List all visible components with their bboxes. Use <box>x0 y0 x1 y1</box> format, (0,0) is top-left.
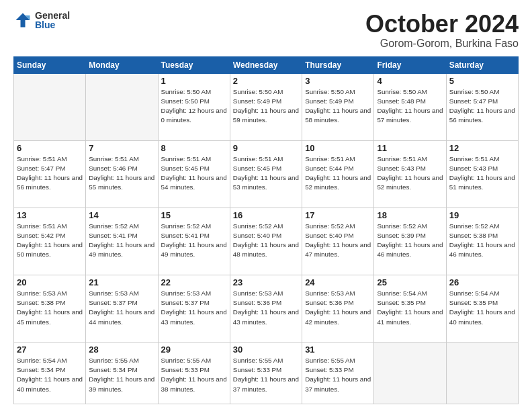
table-row: 3Sunrise: 5:50 AM Sunset: 5:49 PM Daylig… <box>302 73 374 140</box>
table-row: 30Sunrise: 5:55 AM Sunset: 5:33 PM Dayli… <box>230 342 302 404</box>
day-number: 6 <box>17 143 83 153</box>
day-number: 20 <box>17 277 83 287</box>
logo-icon <box>13 11 32 30</box>
day-number: 21 <box>89 277 154 287</box>
table-row: 12Sunrise: 5:51 AM Sunset: 5:43 PM Dayli… <box>446 140 518 208</box>
day-info: Sunrise: 5:50 AM Sunset: 5:49 PM Dayligh… <box>305 87 371 126</box>
day-info: Sunrise: 5:52 AM Sunset: 5:41 PM Dayligh… <box>89 222 154 260</box>
day-info: Sunrise: 5:51 AM Sunset: 5:47 PM Dayligh… <box>17 154 83 193</box>
logo-general-text: General <box>35 11 70 20</box>
day-number: 8 <box>161 143 227 153</box>
table-row: 24Sunrise: 5:53 AM Sunset: 5:36 PM Dayli… <box>302 275 374 342</box>
table-row <box>14 73 86 140</box>
day-number: 7 <box>89 143 154 153</box>
day-info: Sunrise: 5:51 AM Sunset: 5:43 PM Dayligh… <box>377 154 443 193</box>
table-row: 26Sunrise: 5:54 AM Sunset: 5:35 PM Dayli… <box>446 275 518 342</box>
day-info: Sunrise: 5:52 AM Sunset: 5:40 PM Dayligh… <box>305 222 371 260</box>
day-info: Sunrise: 5:53 AM Sunset: 5:36 PM Dayligh… <box>233 289 299 327</box>
day-number: 19 <box>449 210 515 220</box>
table-row: 23Sunrise: 5:53 AM Sunset: 5:36 PM Dayli… <box>230 275 302 342</box>
day-info: Sunrise: 5:51 AM Sunset: 5:45 PM Dayligh… <box>233 154 299 193</box>
table-row: 20Sunrise: 5:53 AM Sunset: 5:38 PM Dayli… <box>14 275 86 342</box>
day-info: Sunrise: 5:54 AM Sunset: 5:34 PM Dayligh… <box>17 356 83 394</box>
day-number: 26 <box>449 277 515 287</box>
day-info: Sunrise: 5:52 AM Sunset: 5:39 PM Dayligh… <box>377 222 443 260</box>
day-number: 12 <box>449 143 515 153</box>
table-row: 9Sunrise: 5:51 AM Sunset: 5:45 PM Daylig… <box>230 140 302 208</box>
day-number: 10 <box>305 143 371 153</box>
day-info: Sunrise: 5:50 AM Sunset: 5:48 PM Dayligh… <box>377 87 443 126</box>
day-info: Sunrise: 5:52 AM Sunset: 5:41 PM Dayligh… <box>161 222 227 260</box>
day-number: 23 <box>233 277 299 287</box>
table-row: 14Sunrise: 5:52 AM Sunset: 5:41 PM Dayli… <box>86 208 158 275</box>
table-row: 17Sunrise: 5:52 AM Sunset: 5:40 PM Dayli… <box>302 208 374 275</box>
svg-marker-0 <box>16 13 30 28</box>
day-info: Sunrise: 5:50 AM Sunset: 5:47 PM Dayligh… <box>449 87 515 126</box>
col-thursday: Thursday <box>302 56 374 73</box>
title-location: Gorom-Gorom, Burkina Faso <box>365 38 519 50</box>
logo-text: General Blue <box>35 11 70 30</box>
calendar-table: Sunday Monday Tuesday Wednesday Thursday… <box>13 56 519 404</box>
day-number: 9 <box>233 143 299 153</box>
day-number: 2 <box>233 76 299 86</box>
table-row <box>446 342 518 404</box>
table-row <box>374 342 446 404</box>
title-block: October 2024 Gorom-Gorom, Burkina Faso <box>365 11 519 50</box>
table-row: 16Sunrise: 5:52 AM Sunset: 5:40 PM Dayli… <box>230 208 302 275</box>
day-info: Sunrise: 5:51 AM Sunset: 5:43 PM Dayligh… <box>449 154 515 193</box>
day-info: Sunrise: 5:51 AM Sunset: 5:46 PM Dayligh… <box>89 154 154 193</box>
day-info: Sunrise: 5:54 AM Sunset: 5:35 PM Dayligh… <box>449 289 515 327</box>
day-number: 5 <box>449 76 515 86</box>
table-row: 8Sunrise: 5:51 AM Sunset: 5:45 PM Daylig… <box>158 140 230 208</box>
table-row: 21Sunrise: 5:53 AM Sunset: 5:37 PM Dayli… <box>86 275 158 342</box>
table-row: 18Sunrise: 5:52 AM Sunset: 5:39 PM Dayli… <box>374 208 446 275</box>
day-number: 15 <box>161 210 227 220</box>
table-row: 29Sunrise: 5:55 AM Sunset: 5:33 PM Dayli… <box>158 342 230 404</box>
header: General Blue October 2024 Gorom-Gorom, B… <box>13 11 519 50</box>
day-info: Sunrise: 5:52 AM Sunset: 5:40 PM Dayligh… <box>233 222 299 260</box>
table-row: 5Sunrise: 5:50 AM Sunset: 5:47 PM Daylig… <box>446 73 518 140</box>
day-number: 13 <box>17 210 83 220</box>
day-number: 27 <box>17 345 83 355</box>
day-info: Sunrise: 5:52 AM Sunset: 5:38 PM Dayligh… <box>449 222 515 260</box>
day-number: 3 <box>305 76 371 86</box>
col-monday: Monday <box>86 56 158 73</box>
table-row: 10Sunrise: 5:51 AM Sunset: 5:44 PM Dayli… <box>302 140 374 208</box>
day-number: 25 <box>377 277 443 287</box>
day-info: Sunrise: 5:53 AM Sunset: 5:37 PM Dayligh… <box>89 289 154 327</box>
day-info: Sunrise: 5:51 AM Sunset: 5:42 PM Dayligh… <box>17 222 83 260</box>
day-number: 31 <box>305 345 371 355</box>
table-row: 25Sunrise: 5:54 AM Sunset: 5:35 PM Dayli… <box>374 275 446 342</box>
calendar-header-row: Sunday Monday Tuesday Wednesday Thursday… <box>14 56 519 73</box>
table-row: 11Sunrise: 5:51 AM Sunset: 5:43 PM Dayli… <box>374 140 446 208</box>
table-row: 27Sunrise: 5:54 AM Sunset: 5:34 PM Dayli… <box>14 342 86 404</box>
day-number: 30 <box>233 345 299 355</box>
page: General Blue October 2024 Gorom-Gorom, B… <box>0 0 532 411</box>
day-info: Sunrise: 5:53 AM Sunset: 5:37 PM Dayligh… <box>161 289 227 327</box>
day-info: Sunrise: 5:55 AM Sunset: 5:33 PM Dayligh… <box>233 356 299 394</box>
table-row: 31Sunrise: 5:55 AM Sunset: 5:33 PM Dayli… <box>302 342 374 404</box>
day-info: Sunrise: 5:55 AM Sunset: 5:33 PM Dayligh… <box>305 356 371 394</box>
day-info: Sunrise: 5:54 AM Sunset: 5:35 PM Dayligh… <box>377 289 443 327</box>
day-info: Sunrise: 5:51 AM Sunset: 5:45 PM Dayligh… <box>161 154 227 193</box>
day-number: 28 <box>89 345 154 355</box>
table-row: 2Sunrise: 5:50 AM Sunset: 5:49 PM Daylig… <box>230 73 302 140</box>
day-number: 22 <box>161 277 227 287</box>
day-number: 11 <box>377 143 443 153</box>
day-info: Sunrise: 5:50 AM Sunset: 5:49 PM Dayligh… <box>233 87 299 126</box>
col-sunday: Sunday <box>14 56 86 73</box>
table-row: 4Sunrise: 5:50 AM Sunset: 5:48 PM Daylig… <box>374 73 446 140</box>
day-info: Sunrise: 5:53 AM Sunset: 5:38 PM Dayligh… <box>17 289 83 327</box>
day-number: 1 <box>161 76 227 86</box>
table-row: 19Sunrise: 5:52 AM Sunset: 5:38 PM Dayli… <box>446 208 518 275</box>
day-info: Sunrise: 5:55 AM Sunset: 5:33 PM Dayligh… <box>161 356 227 394</box>
day-info: Sunrise: 5:51 AM Sunset: 5:44 PM Dayligh… <box>305 154 371 193</box>
col-friday: Friday <box>374 56 446 73</box>
col-saturday: Saturday <box>446 56 518 73</box>
table-row: 7Sunrise: 5:51 AM Sunset: 5:46 PM Daylig… <box>86 140 158 208</box>
day-number: 24 <box>305 277 371 287</box>
col-wednesday: Wednesday <box>230 56 302 73</box>
day-info: Sunrise: 5:53 AM Sunset: 5:36 PM Dayligh… <box>305 289 371 327</box>
day-info: Sunrise: 5:50 AM Sunset: 5:50 PM Dayligh… <box>161 87 227 126</box>
table-row: 22Sunrise: 5:53 AM Sunset: 5:37 PM Dayli… <box>158 275 230 342</box>
